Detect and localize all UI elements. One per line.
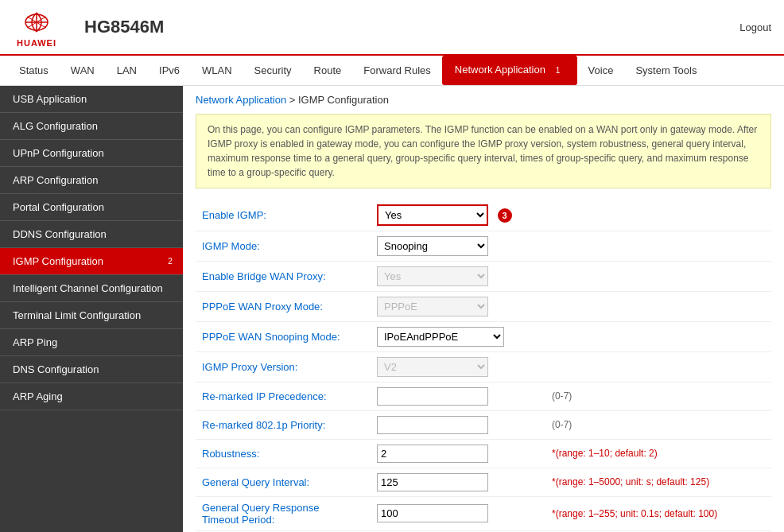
sidebar-item-portal-configuration[interactable]: Portal Configuration xyxy=(0,194,183,221)
hint-ip-precedence: (0-7) xyxy=(545,382,771,410)
form-row-general-query-response: General Query ResponseTimeout Period: *(… xyxy=(196,496,771,530)
info-box: On this page, you can configure IGMP par… xyxy=(196,114,771,188)
breadcrumb-link[interactable]: Network Application xyxy=(196,94,286,106)
hint-robustness: *(range: 1–10; default: 2) xyxy=(552,448,658,459)
nav-forward-rules[interactable]: Forward Rules xyxy=(352,56,442,85)
label-enable-igmp: Enable IGMP: xyxy=(196,200,371,231)
form-row-bridge-wan-proxy: Enable Bridge WAN Proxy: Yes No xyxy=(196,261,771,291)
badge-3: 3 xyxy=(498,208,512,223)
select-pppoe-snooping-mode[interactable]: IPoEAndPPPoE PPPoE only IPoE only xyxy=(377,327,504,347)
form-row-robustness: Robustness: *(range: 1–10; default: 2) xyxy=(196,439,771,468)
input-general-query-interval[interactable] xyxy=(377,473,488,491)
header: HUAWEI HG8546M Logout xyxy=(0,0,784,56)
nav-security[interactable]: Security xyxy=(243,56,303,85)
input-robustness[interactable] xyxy=(377,445,488,463)
sidebar-item-terminal-limit[interactable]: Terminal Limit Configuration xyxy=(0,302,183,329)
nav-route[interactable]: Route xyxy=(303,56,353,85)
form-table: Enable IGMP: Yes No 3 IGMP Mode: xyxy=(196,200,771,532)
select-enable-igmp[interactable]: Yes No xyxy=(377,204,488,226)
label-robustness: Robustness: xyxy=(196,439,371,468)
label-bridge-wan-proxy: Enable Bridge WAN Proxy: xyxy=(196,261,371,291)
device-name: HG8546M xyxy=(76,17,739,37)
sidebar-item-ddns-configuration[interactable]: DDNS Configuration xyxy=(0,221,183,248)
nav-badge-1: 1 xyxy=(552,64,565,77)
nav-system-tools[interactable]: System Tools xyxy=(624,56,708,85)
nav-lan[interactable]: LAN xyxy=(106,56,148,85)
nav-wan[interactable]: WAN xyxy=(60,56,106,85)
hint-8021p-priority: (0-7) xyxy=(545,410,771,439)
form-row-pppoe-snooping-mode: PPPoE WAN Snooping Mode: IPoEAndPPPoE PP… xyxy=(196,321,771,351)
sidebar-item-intelligent-channel[interactable]: Intelligent Channel Configuration xyxy=(0,275,183,302)
nav-voice[interactable]: Voice xyxy=(577,56,625,85)
main-layout: USB Application ALG Configuration UPnP C… xyxy=(0,86,784,532)
content-area: Network Application > IGMP Configuration… xyxy=(183,86,784,532)
form-row-general-query-interval: General Query Interval: *(range: 1–5000;… xyxy=(196,468,771,496)
label-pppoe-proxy-mode: PPPoE WAN Proxy Mode: xyxy=(196,291,371,321)
breadcrumb: Network Application > IGMP Configuration xyxy=(196,94,771,106)
label-8021p-priority: Re-marked 802.1p Priority: xyxy=(196,410,371,439)
nav-ipv6[interactable]: IPv6 xyxy=(148,56,191,85)
sidebar-item-igmp-configuration[interactable]: IGMP Configuration 2 xyxy=(0,248,183,275)
info-text: On this page, you can configure IGMP par… xyxy=(208,124,757,178)
label-pppoe-snooping-mode: PPPoE WAN Snooping Mode: xyxy=(196,321,371,351)
input-general-query-response[interactable] xyxy=(377,504,488,522)
select-igmp-mode[interactable]: Snooping Proxy xyxy=(377,236,488,256)
sidebar-badge-2: 2 xyxy=(164,254,177,267)
sidebar-item-upnp-configuration[interactable]: UPnP Configuration xyxy=(0,140,183,167)
form-row-igmp-mode: IGMP Mode: Snooping Proxy xyxy=(196,231,771,261)
select-bridge-wan-proxy[interactable]: Yes No xyxy=(377,266,488,286)
input-8021p-priority[interactable] xyxy=(377,416,488,434)
label-proxy-version: IGMP Proxy Version: xyxy=(196,351,371,382)
nav-wlan[interactable]: WLAN xyxy=(191,56,243,85)
nav-bar: Status WAN LAN IPv6 WLAN Security Route … xyxy=(0,56,784,86)
sidebar-item-usb-application[interactable]: USB Application xyxy=(0,86,183,113)
hint-general-query-interval: *(range: 1–5000; unit: s; default: 125) xyxy=(552,476,709,487)
form-row-pppoe-proxy-mode: PPPoE WAN Proxy Mode: PPPoE xyxy=(196,291,771,321)
form-row-enable-igmp: Enable IGMP: Yes No 3 xyxy=(196,200,771,231)
brand-label: HUAWEI xyxy=(17,38,56,48)
label-general-query-interval: General Query Interval: xyxy=(196,468,371,496)
select-pppoe-proxy-mode[interactable]: PPPoE xyxy=(377,297,488,316)
sidebar-item-dns-configuration[interactable]: DNS Configuration xyxy=(0,356,183,383)
form-row-ip-precedence: Re-marked IP Precedence: (0-7) xyxy=(196,382,771,410)
hint-general-query-response: *(range: 1–255; unit: 0.1s; default: 100… xyxy=(552,508,717,519)
form-row-8021p-priority: Re-marked 802.1p Priority: (0-7) xyxy=(196,410,771,439)
sidebar-item-arp-ping[interactable]: ARP Ping xyxy=(0,329,183,356)
nav-status[interactable]: Status xyxy=(8,56,60,85)
breadcrumb-current: IGMP Configuration xyxy=(298,94,389,106)
select-proxy-version[interactable]: V2 V3 xyxy=(377,357,488,377)
label-general-query-response: General Query ResponseTimeout Period: xyxy=(196,496,371,530)
sidebar-item-alg-configuration[interactable]: ALG Configuration xyxy=(0,113,183,140)
form-row-proxy-version: IGMP Proxy Version: V2 V3 xyxy=(196,351,771,382)
nav-network-application[interactable]: Network Application 1 xyxy=(442,56,577,85)
logout-button[interactable]: Logout xyxy=(739,21,771,33)
logo-area: HUAWEI xyxy=(13,6,60,48)
input-ip-precedence[interactable] xyxy=(377,387,488,406)
label-igmp-mode: IGMP Mode: xyxy=(196,231,371,261)
label-ip-precedence: Re-marked IP Precedence: xyxy=(196,382,371,410)
sidebar-item-arp-configuration[interactable]: ARP Configuration xyxy=(0,167,183,194)
huawei-logo-icon xyxy=(13,6,60,38)
sidebar: USB Application ALG Configuration UPnP C… xyxy=(0,86,183,532)
sidebar-item-arp-aging[interactable]: ARP Aging xyxy=(0,383,183,410)
